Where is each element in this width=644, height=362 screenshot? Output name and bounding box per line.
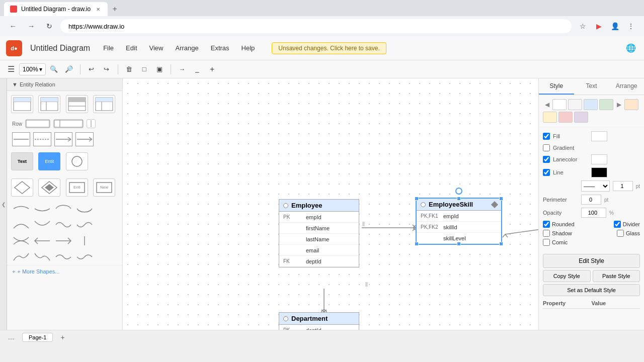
palette-prev-arrow[interactable]: ◀ bbox=[543, 101, 551, 109]
shape-table4[interactable] bbox=[93, 95, 115, 113]
department-table[interactable]: Department PK deptId name phone bbox=[279, 312, 359, 330]
glass-checkbox[interactable] bbox=[617, 230, 624, 237]
color-swatch-lightpurple[interactable] bbox=[574, 112, 588, 123]
curve-13[interactable] bbox=[12, 251, 30, 263]
text-shape[interactable]: Text bbox=[11, 152, 33, 170]
bottom-more-button[interactable]: … bbox=[4, 330, 18, 344]
undo-button[interactable]: ↩ bbox=[85, 62, 99, 76]
paste-style-button[interactable]: Paste Style bbox=[593, 270, 640, 282]
entity-rect-2[interactable]: New bbox=[93, 178, 115, 197]
rounded-checkbox[interactable] bbox=[543, 221, 550, 228]
more-shapes-button[interactable]: + + More Shapes... bbox=[7, 265, 122, 278]
url-input[interactable] bbox=[60, 19, 572, 33]
redo-button[interactable]: ↪ bbox=[100, 62, 114, 76]
color-swatch-lightblue[interactable] bbox=[584, 99, 598, 110]
connector-3[interactable] bbox=[54, 132, 72, 146]
selection-handle-tc[interactable] bbox=[457, 197, 461, 201]
profile-icon[interactable]: 👤 bbox=[608, 19, 622, 33]
tab-text[interactable]: Text bbox=[574, 78, 609, 95]
menu-edit[interactable]: Edit bbox=[121, 42, 142, 54]
copy-style-button[interactable]: Copy Style bbox=[543, 270, 591, 282]
color-swatch-lightgreen[interactable] bbox=[599, 99, 613, 110]
curve-11[interactable] bbox=[54, 235, 72, 247]
color-swatch-lightyellow[interactable] bbox=[543, 112, 557, 123]
color-swatch-white[interactable] bbox=[552, 99, 567, 110]
comic-checkbox[interactable] bbox=[543, 239, 550, 246]
paste-style-button[interactable]: ▣ bbox=[152, 62, 167, 76]
refresh-button[interactable]: ↻ bbox=[42, 19, 56, 33]
gradient-checkbox[interactable] bbox=[543, 144, 550, 151]
row-shape-3[interactable] bbox=[87, 119, 96, 128]
menu-extras[interactable]: Extras bbox=[206, 42, 234, 54]
curve-2[interactable] bbox=[33, 203, 51, 215]
bookmark-icon[interactable]: ☆ bbox=[576, 19, 590, 33]
set-default-button[interactable]: Set as Default Style bbox=[543, 284, 640, 296]
connector-4[interactable] bbox=[75, 132, 94, 146]
forward-button[interactable]: → bbox=[24, 19, 38, 33]
canvas[interactable]: || || Employee bbox=[123, 78, 538, 330]
shape-table2[interactable] bbox=[38, 95, 60, 113]
diamond-1[interactable] bbox=[11, 178, 33, 197]
selection-handle-tr[interactable] bbox=[499, 197, 503, 201]
diamond-2[interactable] bbox=[38, 178, 60, 197]
edit-style-button[interactable]: Edit Style bbox=[543, 254, 640, 268]
arrow-button[interactable]: → bbox=[175, 62, 189, 76]
selection-handle-tl[interactable] bbox=[415, 197, 419, 201]
curve-7[interactable] bbox=[54, 219, 72, 231]
circle-shape[interactable] bbox=[66, 152, 88, 170]
curve-9[interactable] bbox=[12, 235, 30, 247]
line-checkbox[interactable] bbox=[543, 169, 550, 176]
shadow-checkbox[interactable] bbox=[543, 230, 550, 237]
new-tab-button[interactable]: + bbox=[108, 2, 122, 16]
copy-style-button[interactable]: □ bbox=[137, 62, 151, 76]
zoom-out-button[interactable]: 🔎 bbox=[62, 62, 76, 76]
curve-15[interactable] bbox=[54, 251, 72, 263]
delete-button[interactable]: 🗑 bbox=[122, 62, 136, 76]
back-button[interactable]: ← bbox=[6, 19, 20, 33]
fill-checkbox[interactable] bbox=[543, 133, 550, 140]
color-swatch-lightgray[interactable] bbox=[568, 99, 582, 110]
panel-collapse-button[interactable]: ❮ bbox=[0, 78, 7, 330]
menu-file[interactable]: File bbox=[98, 42, 119, 54]
curve-10[interactable] bbox=[33, 235, 51, 247]
zoom-in-button[interactable]: 🔍 bbox=[47, 62, 61, 76]
line-color-swatch[interactable] bbox=[591, 167, 607, 177]
fill-color-swatch[interactable] bbox=[591, 131, 607, 141]
lanecolor-checkbox[interactable] bbox=[543, 156, 550, 163]
opacity-input[interactable] bbox=[581, 208, 606, 218]
employeeskill-table[interactable]: EmployeeSkill PK,FK1 empId PK,FK2 skillI… bbox=[416, 198, 502, 244]
color-swatch-lightred[interactable] bbox=[558, 112, 573, 123]
add-page-button[interactable]: + bbox=[57, 332, 68, 343]
curve-12[interactable] bbox=[75, 235, 94, 247]
menu-arrange[interactable]: Arrange bbox=[170, 42, 203, 54]
tab-close-button[interactable]: ✕ bbox=[95, 6, 102, 13]
waypoint-button[interactable]: ⎯ bbox=[190, 62, 204, 76]
lanecolor-swatch[interactable] bbox=[591, 154, 607, 164]
selection-handle-bl[interactable] bbox=[415, 242, 419, 246]
entity-rect-1[interactable]: Enti bbox=[66, 178, 88, 197]
palette-next-arrow[interactable]: ▶ bbox=[615, 101, 623, 109]
curve-6[interactable] bbox=[33, 219, 51, 231]
curve-8[interactable] bbox=[75, 219, 94, 231]
globe-icon[interactable]: 🌐 bbox=[624, 41, 638, 55]
insert-button[interactable]: + bbox=[205, 62, 219, 76]
zoom-control[interactable]: 100% ▾ bbox=[19, 63, 46, 75]
row-shape-1[interactable] bbox=[25, 119, 50, 128]
divider-checkbox[interactable] bbox=[614, 221, 621, 228]
menu-help[interactable]: Help bbox=[236, 42, 260, 54]
curve-3[interactable] bbox=[54, 203, 72, 215]
save-notice[interactable]: Unsaved changes. Click here to save. bbox=[272, 42, 386, 54]
curve-4[interactable] bbox=[75, 203, 94, 215]
color-swatch-lightorange[interactable] bbox=[624, 99, 638, 110]
entity-shape[interactable]: Entit bbox=[38, 152, 60, 170]
curve-5[interactable] bbox=[12, 219, 30, 231]
menu-icon[interactable]: ⋮ bbox=[624, 19, 638, 33]
connector-1[interactable] bbox=[12, 132, 30, 146]
tab-arrange[interactable]: Arrange bbox=[609, 78, 644, 95]
menu-view[interactable]: View bbox=[144, 42, 169, 54]
page-tab[interactable]: Page-1 bbox=[22, 333, 53, 342]
selection-handle-bc[interactable] bbox=[457, 242, 461, 246]
tab-style[interactable]: Style bbox=[539, 78, 574, 95]
curve-16[interactable] bbox=[75, 251, 94, 263]
row-shape-2[interactable] bbox=[53, 119, 84, 128]
